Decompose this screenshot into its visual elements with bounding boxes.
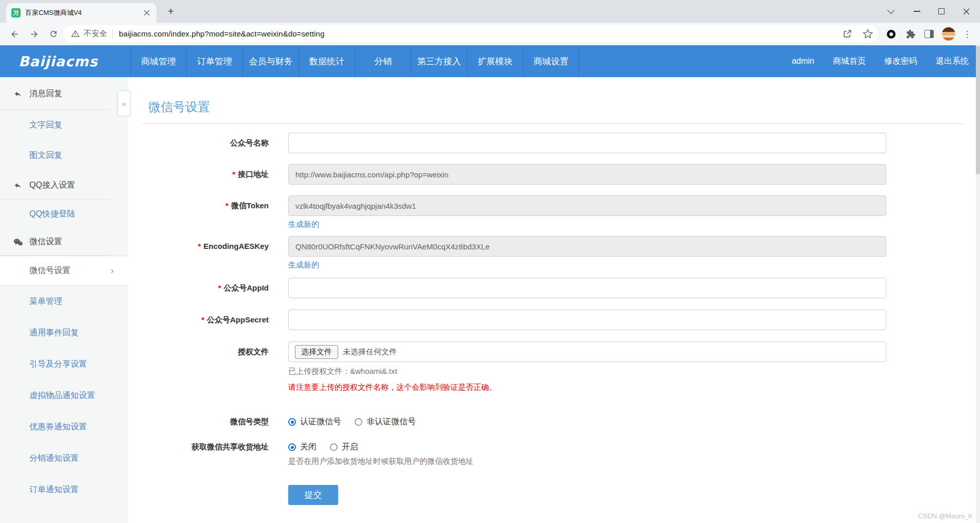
- radio-off-icon: [330, 443, 338, 451]
- app-secret-input[interactable]: [288, 310, 886, 330]
- auth-file-warning: 请注意要上传的授权文件名称，这个会影响到验证是否正确。: [288, 383, 886, 392]
- radio-unverified-wechat[interactable]: 非认证微信号: [355, 417, 416, 427]
- submit-button[interactable]: 提交: [288, 485, 338, 505]
- radio-off-icon: [355, 418, 362, 426]
- reload-icon[interactable]: [45, 26, 62, 42]
- extension-ring-icon[interactable]: [883, 26, 899, 42]
- radio-on-icon: [288, 443, 296, 451]
- sidebar-item-order-notify[interactable]: 订单通知设置: [0, 474, 128, 506]
- sidebar-item-wechat-account-settings[interactable]: 微信号设置 ›: [0, 256, 128, 285]
- share-address-label: 获取微信共享收货地址: [128, 441, 269, 466]
- side-panel-icon[interactable]: [921, 26, 937, 42]
- sidebar-item-image-text-reply[interactable]: 图文回复: [0, 140, 128, 171]
- sidebar-item-virtual-goods-notify[interactable]: 虚拟物品通知设置: [0, 380, 128, 411]
- sidebar-item-wechat-settings[interactable]: 微信设置: [0, 228, 128, 256]
- choose-file-button[interactable]: 选择文件: [295, 345, 338, 359]
- reply-icon: [13, 181, 23, 189]
- weixin-settings-form: 公众号名称 *接口地址 *微信Token 生成新的 *EncodingAESKe…: [128, 133, 976, 505]
- sidebar-item-text-reply[interactable]: 文字回复: [0, 110, 128, 140]
- nav-link-change-password[interactable]: 修改密码: [884, 56, 917, 67]
- sidebar-item-message-reply[interactable]: 消息回复: [0, 77, 128, 110]
- auth-file-input[interactable]: 选择文件 未选择任何文件: [288, 341, 886, 362]
- back-icon[interactable]: [6, 26, 23, 42]
- sidebar-item-general-event-reply[interactable]: 通用事件回复: [0, 317, 128, 349]
- nav-item-distribution[interactable]: 分销: [355, 45, 411, 77]
- sidebar-item-coupon-notify[interactable]: 优惠券通知设置: [0, 411, 128, 443]
- address-bar[interactable]: 不安全 baijiacms.com/index.php?mod=site&act…: [64, 25, 878, 42]
- watermark-text: CSDN @Mauro_K: [918, 512, 973, 520]
- browser-toolbar: 不安全 baijiacms.com/index.php?mod=site&act…: [0, 23, 980, 45]
- browser-menu-icon[interactable]: ⋮: [959, 26, 975, 42]
- nav-item-data-statistics[interactable]: 数据统计: [299, 45, 355, 77]
- security-label: 不安全: [84, 29, 107, 39]
- nav-item-mall-management[interactable]: 商城管理: [130, 45, 186, 77]
- omnibox-separator: [112, 29, 113, 39]
- nav-link-mall-home[interactable]: 商城首页: [833, 56, 866, 67]
- browser-tab[interactable]: 万 百家CMS微商城V4: [6, 3, 156, 23]
- tab-title: 百家CMS微商城V4: [25, 8, 142, 17]
- generate-new-token-link[interactable]: 生成新的: [288, 220, 319, 229]
- api-url-input[interactable]: [288, 164, 886, 185]
- page-scrollbar[interactable]: [976, 44, 980, 523]
- nav-link-logout[interactable]: 退出系统: [936, 56, 969, 67]
- browser-tab-strip: 万 百家CMS微商城V4 +: [0, 0, 980, 23]
- generate-new-aes-key-link[interactable]: 生成新的: [288, 260, 319, 270]
- main-content: 微信号设置 公众号名称 *接口地址 *微信Token 生成新的 *Encodin…: [128, 77, 976, 523]
- token-label: *微信Token: [128, 195, 269, 229]
- sidebar-item-qq-access-settings[interactable]: QQ接入设置: [0, 171, 128, 200]
- account-name-label: 公众号名称: [128, 133, 269, 153]
- app-logo[interactable]: Baijiacms: [19, 45, 98, 77]
- nav-item-members-finance[interactable]: 会员与财务: [242, 45, 299, 77]
- scrollbar-thumb[interactable]: [976, 46, 980, 174]
- sidebar-item-guide-share-settings[interactable]: 引导及分享设置: [0, 349, 128, 380]
- token-input[interactable]: [288, 195, 886, 216]
- aes-key-input[interactable]: [288, 236, 886, 257]
- main-menu: 商城管理 订单管理 会员与财务 数据统计 分销 第三方接入 扩展模块 商城设置: [130, 45, 579, 77]
- sidebar-item-distribution-notify[interactable]: 分销通知设置: [0, 443, 128, 474]
- radio-on-icon: [288, 418, 296, 426]
- share-icon[interactable]: [843, 29, 852, 39]
- wechat-icon: [13, 238, 23, 246]
- new-tab-button[interactable]: +: [164, 4, 178, 19]
- sidebar-item-menu-management[interactable]: 菜单管理: [0, 285, 128, 317]
- radio-share-address-off[interactable]: 关闭: [288, 442, 317, 453]
- api-url-label: *接口地址: [128, 164, 269, 185]
- nav-item-mall-settings[interactable]: 商城设置: [523, 45, 579, 77]
- favicon-icon: 万: [11, 8, 21, 17]
- extensions-puzzle-icon[interactable]: [903, 26, 918, 42]
- account-name-input[interactable]: [288, 133, 886, 153]
- window-close-button[interactable]: [954, 0, 978, 23]
- tab-close-icon[interactable]: [142, 8, 151, 17]
- sidebar: 消息回复 文字回复 图文回复 QQ接入设置 QQ快捷登陆 微信设置 微信号设置 …: [0, 77, 128, 523]
- page-title: 微信号设置: [148, 99, 210, 115]
- aes-key-label: *EncodingAESKey: [128, 236, 269, 270]
- bookmark-star-icon[interactable]: [863, 29, 873, 39]
- sidebar-item-qq-quick-login[interactable]: QQ快捷登陆: [0, 200, 128, 228]
- share-address-hint: 是否在用户添加收货地址时候获取用户的微信收货地址: [288, 457, 886, 466]
- nav-item-third-party[interactable]: 第三方接入: [411, 45, 467, 77]
- not-secure-warning-icon: [71, 29, 80, 38]
- window-minimize-button[interactable]: [905, 0, 929, 23]
- app-navbar: Baijiacms 商城管理 订单管理 会员与财务 数据统计 分销 第三方接入 …: [0, 45, 980, 77]
- chevron-right-icon: ›: [111, 265, 114, 276]
- profile-avatar[interactable]: [941, 26, 956, 42]
- radio-verified-wechat[interactable]: 认证微信号: [288, 417, 341, 427]
- title-divider: [143, 123, 964, 124]
- nav-item-extension-modules[interactable]: 扩展模块: [467, 45, 523, 77]
- reply-icon: [13, 89, 23, 98]
- window-search-tabs-icon[interactable]: [879, 0, 903, 23]
- wechat-type-label: 微信号类型: [128, 416, 269, 427]
- current-user: admin: [792, 57, 814, 66]
- radio-share-address-on[interactable]: 开启: [330, 442, 358, 453]
- app-id-input[interactable]: [288, 278, 886, 298]
- uploaded-file-text: 已上传授权文件：&whoami&.txt: [288, 367, 886, 376]
- url-text: baijiacms.com/index.php?mod=site&act=wei…: [119, 29, 324, 38]
- window-restore-button[interactable]: [930, 0, 953, 23]
- nav-item-order-management[interactable]: 订单管理: [186, 45, 242, 77]
- no-file-chosen-text: 未选择任何文件: [343, 347, 397, 357]
- app-secret-label: *公众号AppSecret: [128, 310, 269, 330]
- app-id-label: *公众号AppId: [128, 278, 269, 298]
- auth-file-label: 授权文件: [128, 341, 269, 392]
- sidebar-collapse-button[interactable]: «: [117, 91, 131, 116]
- forward-icon[interactable]: [26, 26, 42, 42]
